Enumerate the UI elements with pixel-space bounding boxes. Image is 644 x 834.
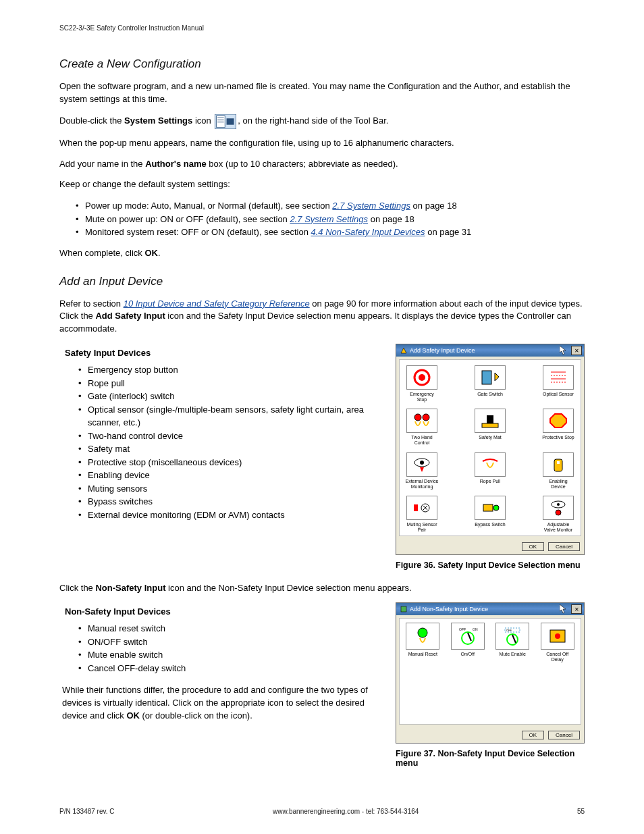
list-item: Bypass switches [78, 495, 377, 509]
on/off-icon: OFFON [451, 623, 485, 650]
add-nonsafety-input-dialog: Add Non-Safety Input Device ✕ Manual Res… [396, 602, 585, 744]
device-option-mute-enable[interactable]: OFFMute Enable [495, 623, 531, 662]
device-option-label: Manual Reset [405, 652, 441, 657]
list-item: Enabling device [78, 469, 377, 482]
device-option-safety-mat[interactable]: Safety Mat [473, 409, 507, 445]
device-option-cancel-off-delay[interactable]: Cancel Off Delay [540, 623, 576, 662]
create-done: When complete, click OK. [59, 247, 585, 260]
device-option-adjustable-valve-monitor[interactable]: Adjustable Valve Monitor [541, 496, 575, 532]
svg-point-34 [418, 628, 427, 637]
device-option-external-device-monitoring[interactable]: External Device Monitoring [405, 452, 439, 489]
device-option-label: Rope Pull [473, 479, 507, 484]
device-option-two-hand-control[interactable]: Two Hand Control [405, 409, 439, 445]
device-option-rope-pull[interactable]: Rope Pull [473, 452, 507, 489]
device-option-label: Safety Mat [473, 435, 507, 440]
svg-rect-9 [482, 371, 491, 384]
footer-center: www.bannerengineering.com - tel: 763-544… [273, 808, 419, 815]
device-option-manual-reset[interactable]: Manual Reset [405, 623, 441, 662]
ok-button[interactable]: OK [522, 731, 545, 739]
device-option-label: Enabling Device [541, 479, 575, 489]
nonsafety-intro: Click the Non-Safety Input icon and the … [59, 582, 585, 595]
footer-left: P/N 133487 rev. C [59, 808, 115, 815]
list-item: Safety mat [78, 442, 377, 456]
section-create-config-title: Create a New Configuration [59, 57, 585, 71]
device-option-bypass-switch[interactable]: Bypass Switch [473, 496, 507, 532]
device-option-label: Two Hand Control [405, 435, 439, 445]
device-option-on/off[interactable]: OFFONOn/Off [450, 623, 486, 662]
dialog-titlebar: Add Safety Input Device ✕ [396, 344, 584, 357]
device-option-optical-sensor[interactable]: Optical Sensor [541, 365, 575, 402]
create-p2-a: Double-click the [59, 115, 124, 126]
device-option-gate-switch[interactable]: Gate Switch [473, 365, 507, 402]
svg-marker-10 [495, 373, 499, 381]
device-option-label: Gate Switch [473, 392, 507, 397]
close-button[interactable]: ✕ [571, 346, 582, 355]
list-item: Two-hand control device [78, 429, 377, 443]
svg-point-8 [419, 374, 425, 381]
mouse-cursor-icon [560, 346, 566, 355]
mute-enable-icon: OFF [495, 623, 529, 650]
device-option-muting-sensor-pair[interactable]: Muting Sensor Pair [405, 496, 439, 532]
system-settings-icon [215, 114, 236, 129]
device-option-label: Mute Enable [495, 652, 531, 657]
dialog-titlebar: Add Non-Safety Input Device ✕ [396, 603, 584, 615]
xref-link[interactable]: 2.7 System Settings [332, 201, 410, 211]
svg-point-16 [423, 414, 429, 421]
safety-mat-icon [475, 409, 506, 433]
ok-button[interactable]: OK [522, 542, 545, 551]
device-option-label: Emergency Stop [405, 392, 439, 402]
safety-devices-list: Emergency stop buttonRope pullGate (inte… [62, 363, 377, 521]
dialog-title: Add Safety Input Device [410, 347, 475, 354]
device-option-label: Optical Sensor [541, 392, 575, 397]
enabling-device-icon [543, 452, 574, 477]
device-option-protective-stop[interactable]: Protective Stop [541, 409, 575, 445]
close-button[interactable]: ✕ [571, 604, 582, 614]
external-device-monitoring-icon [406, 452, 437, 477]
device-option-label: Protective Stop [541, 435, 575, 440]
xref-link[interactable]: 10 Input Device and Safety Category Refe… [124, 298, 310, 309]
list-item: ON/OFF switch [78, 635, 377, 649]
footer-page-number: 55 [577, 808, 585, 815]
nonsafety-devices-list: Manual reset switchON/OFF switchMute ena… [62, 622, 377, 675]
list-item: Muting sensors [78, 482, 377, 496]
two-hand-control-icon [406, 409, 437, 433]
svg-point-44 [555, 633, 560, 639]
device-option-enabling-device[interactable]: Enabling Device [541, 452, 575, 489]
rope-pull-icon [475, 452, 506, 477]
device-option-label: External Device Monitoring [405, 479, 439, 489]
create-p2-c: icon [192, 115, 213, 126]
page-footer: P/N 133487 rev. C www.bannerengineering.… [59, 808, 585, 815]
svg-point-15 [414, 414, 421, 421]
xref-link[interactable]: 2.7 System Settings [290, 214, 368, 224]
cancel-button[interactable]: Cancel [548, 731, 580, 739]
list-item: Cancel OFF-delay switch [78, 662, 377, 675]
create-p2-d: , on the right-hand side of the Tool Bar… [238, 115, 388, 126]
mouse-cursor-icon [560, 604, 566, 614]
device-option-emergency-stop[interactable]: Emergency Stop [405, 365, 439, 402]
svg-point-32 [556, 510, 561, 515]
device-option-label: Bypass Switch [473, 522, 507, 527]
list-item: Mute on power up: ON or OFF (default), s… [76, 213, 585, 226]
svg-rect-22 [554, 459, 562, 471]
svg-point-20 [420, 461, 424, 465]
app-icon [400, 606, 407, 613]
svg-marker-18 [550, 414, 566, 427]
device-option-label: Adjustable Valve Monitor [541, 522, 575, 532]
muting-sensor-pair-icon [406, 496, 437, 520]
xref-link[interactable]: 4.4 Non-Safety Input Devices [311, 227, 425, 237]
emergency-stop-icon [406, 365, 437, 390]
svg-rect-17 [482, 423, 498, 427]
list-item: Rope pull [78, 377, 377, 390]
cancel-button[interactable]: Cancel [548, 542, 580, 551]
svg-marker-6 [401, 348, 406, 353]
cancel-off-delay-icon [541, 623, 574, 650]
manual-reset-icon [406, 623, 439, 650]
list-item: Power up mode: Auto, Manual, or Normal (… [76, 199, 585, 213]
svg-rect-5 [227, 118, 234, 124]
device-option-label: Muting Sensor Pair [405, 522, 439, 532]
running-header: SC22-3/-3E Safety Controller Instruction… [59, 24, 585, 32]
create-p5: Keep or change the default system settin… [59, 178, 585, 191]
create-p1: Open the software program, and a new un-… [59, 80, 585, 106]
create-p2: Double-click the System Settings icon , … [59, 114, 585, 129]
dialog-title: Add Non-Safety Input Device [410, 606, 488, 613]
